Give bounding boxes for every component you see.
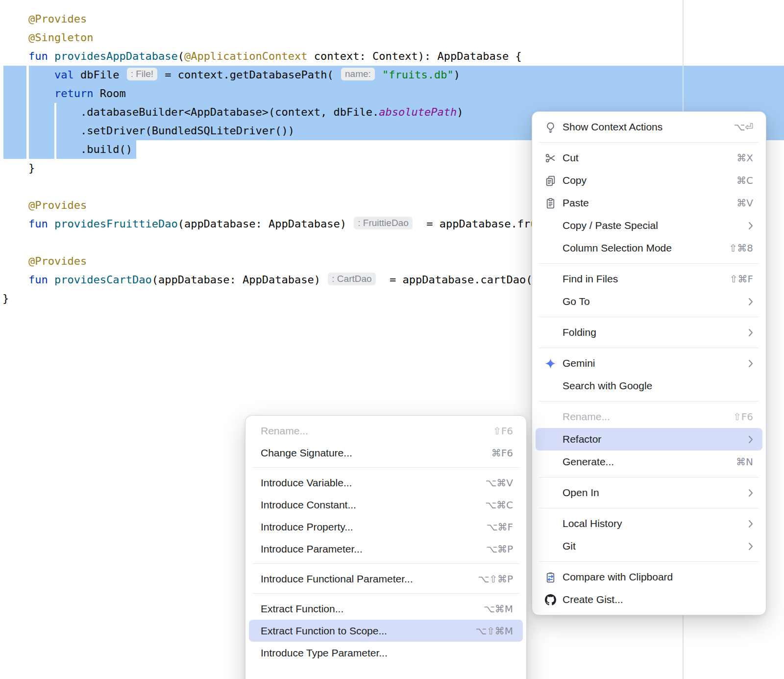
- menu-separator: [539, 561, 759, 562]
- menu-item-label: Introduce Functional Parameter...: [261, 573, 466, 585]
- menu-separator: [539, 508, 759, 508]
- menu-item-copy[interactable]: Copy⌘C: [536, 169, 762, 192]
- menu-item-introduce-variable[interactable]: Introduce Variable...⌥⌘V: [249, 472, 523, 494]
- code-token-annotation[interactable]: @Provides: [2, 255, 87, 267]
- menu-item-introduce-parameter[interactable]: Introduce Parameter...⌥⌘P: [249, 538, 523, 560]
- code-token[interactable]: ): [454, 69, 460, 81]
- code-line[interactable]: val dbFile : File! = context.getDatabase…: [2, 66, 602, 84]
- code-line[interactable]: .build(): [2, 140, 602, 159]
- code-line[interactable]: [2, 233, 602, 252]
- menu-item-shortcut: ⌥⌘C: [485, 499, 513, 511]
- menu-item-rename[interactable]: Rename...⇧F6: [536, 405, 762, 428]
- menu-item-folding[interactable]: Folding: [536, 321, 762, 344]
- code-token[interactable]: }: [2, 162, 35, 174]
- code-line[interactable]: @Provides: [2, 252, 602, 271]
- menu-item-search-with-google[interactable]: Search with Google: [536, 375, 762, 397]
- code-token-annotation[interactable]: @Provides: [2, 13, 87, 25]
- menu-item-refactor[interactable]: Refactor: [536, 428, 762, 451]
- code-line[interactable]: .databaseBuilder<AppDatabase>(context, d…: [2, 103, 602, 122]
- code-token-annotation[interactable]: @Singleton: [2, 31, 93, 44]
- code-line[interactable]: [2, 177, 602, 196]
- inlay-hint[interactable]: : File!: [127, 68, 157, 80]
- menu-item-label: Column Selection Mode: [563, 242, 717, 254]
- code-token[interactable]: = context.getDatabasePath(: [158, 69, 340, 81]
- code-editor[interactable]: @Provides @Singleton fun providesAppData…: [2, 10, 602, 308]
- code-line[interactable]: @Provides: [2, 10, 602, 28]
- code-token[interactable]: dbFile: [80, 69, 126, 81]
- menu-item-git[interactable]: Git: [536, 535, 762, 557]
- code-token[interactable]: (: [178, 50, 184, 62]
- code-token-function[interactable]: providesAppDatabase: [54, 50, 178, 62]
- scissors-icon: [544, 152, 557, 164]
- code-line[interactable]: @Provides: [2, 196, 602, 215]
- menu-item-show-context-actions[interactable]: Show Context Actions⌥⏎: [536, 116, 762, 138]
- menu-item-label: Extract Function...: [261, 603, 472, 615]
- menu-item-change-signature[interactable]: Change Signature...⌘F6: [249, 442, 523, 464]
- code-line[interactable]: @Singleton: [2, 28, 602, 47]
- code-token-string[interactable]: "fruits.db": [382, 69, 454, 81]
- menu-item-column-selection-mode[interactable]: Column Selection Mode⇧⌘8: [536, 237, 762, 259]
- code-line[interactable]: fun providesAppDatabase(@ApplicationCont…: [2, 47, 602, 66]
- menu-item-label: Search with Google: [563, 380, 753, 392]
- menu-item-introduce-property[interactable]: Introduce Property...⌥⌘F: [249, 516, 523, 538]
- menu-item-label: Copy: [563, 175, 725, 186]
- code-token-keyword[interactable]: val: [2, 69, 80, 81]
- menu-separator: [252, 593, 519, 594]
- code-token[interactable]: Room: [100, 87, 126, 100]
- menu-item-local-history[interactable]: Local History: [536, 512, 762, 535]
- menu-item-label: Paste: [563, 197, 725, 209]
- code-line[interactable]: }: [2, 159, 602, 177]
- refactor-submenu: Rename...⇧F6Change Signature...⌘F6Introd…: [245, 415, 527, 679]
- menu-item-introduce-constant[interactable]: Introduce Constant...⌥⌘C: [249, 494, 523, 516]
- code-token-keyword[interactable]: fun: [2, 274, 54, 286]
- code-token-keyword[interactable]: return: [2, 87, 100, 100]
- menu-item-open-in[interactable]: Open In: [536, 481, 762, 504]
- code-token-annotation[interactable]: @Provides: [2, 199, 87, 211]
- code-token-function[interactable]: providesFruittieDao: [54, 218, 178, 230]
- menu-item-extract-function-to-scope[interactable]: Extract Function to Scope...⌥⇧⌘M: [249, 620, 523, 642]
- code-line[interactable]: }: [2, 289, 602, 308]
- code-token-annotation[interactable]: @ApplicationContext: [184, 50, 308, 62]
- menu-item-label: Rename...: [261, 425, 481, 437]
- code-token[interactable]: [376, 69, 382, 81]
- inlay-hint[interactable]: : FruittieDao: [354, 217, 412, 229]
- menu-item-copy-paste-special[interactable]: Copy / Paste Special: [536, 214, 762, 237]
- inlay-hint[interactable]: name:: [341, 68, 375, 80]
- menu-item-cut[interactable]: Cut⌘X: [536, 147, 762, 169]
- code-line[interactable]: .setDriver(BundledSQLiteDriver()): [2, 122, 602, 140]
- inlay-hint[interactable]: : CartDao: [328, 273, 375, 285]
- menu-item-rename[interactable]: Rename...⇧F6: [249, 420, 523, 442]
- code-token-keyword[interactable]: fun: [2, 50, 54, 62]
- code-token-property[interactable]: absolutePath: [379, 106, 457, 118]
- menu-item-find-in-files[interactable]: Find in Files⇧⌘F: [536, 268, 762, 290]
- menu-item-shortcut: ⌘V: [736, 197, 753, 209]
- menu-item-extract-function[interactable]: Extract Function...⌥⌘M: [249, 598, 523, 620]
- code-line[interactable]: return Room: [2, 84, 602, 103]
- menu-item-label: Gemini: [563, 357, 736, 369]
- menu-item-shortcut: ⌥⇧⌘M: [475, 625, 513, 637]
- code-line[interactable]: fun providesCartDao(appDatabase: AppData…: [2, 271, 602, 289]
- code-token[interactable]: ): [457, 106, 463, 118]
- menu-item-gemini[interactable]: Gemini: [536, 352, 762, 375]
- menu-item-introduce-functional-parameter[interactable]: Introduce Functional Parameter...⌥⇧⌘P: [249, 568, 523, 590]
- menu-item-label: Introduce Property...: [261, 521, 474, 533]
- code-line[interactable]: fun providesFruittieDao(appDatabase: App…: [2, 215, 602, 233]
- menu-item-paste[interactable]: Paste⌘V: [536, 192, 762, 214]
- code-token[interactable]: = appDatabase.cartDao(): [377, 274, 539, 286]
- code-token[interactable]: .databaseBuilder<AppDatabase>(context, d…: [2, 106, 379, 118]
- lightbulb-icon: [544, 121, 557, 133]
- menu-item-label: Find in Files: [563, 273, 718, 285]
- code-token[interactable]: (appDatabase: AppDatabase): [152, 274, 327, 286]
- code-token-function[interactable]: providesCartDao: [54, 274, 152, 286]
- code-token[interactable]: context: Context): AppDatabase {: [308, 50, 522, 62]
- code-token-keyword[interactable]: fun: [2, 218, 54, 230]
- menu-item-introduce-type-parameter[interactable]: Introduce Type Parameter...: [249, 642, 523, 664]
- menu-item-create-gist[interactable]: Create Gist...: [536, 588, 762, 611]
- menu-item-compare-with-clipboard[interactable]: Compare with Clipboard: [536, 566, 762, 588]
- menu-item-go-to[interactable]: Go To: [536, 290, 762, 313]
- code-token[interactable]: (appDatabase: AppDatabase): [178, 218, 353, 230]
- code-token[interactable]: }: [2, 292, 9, 304]
- code-token[interactable]: .setDriver(BundledSQLiteDriver()): [2, 125, 294, 137]
- menu-item-generate[interactable]: Generate...⌘N: [536, 451, 762, 473]
- code-token[interactable]: .build(): [2, 143, 132, 155]
